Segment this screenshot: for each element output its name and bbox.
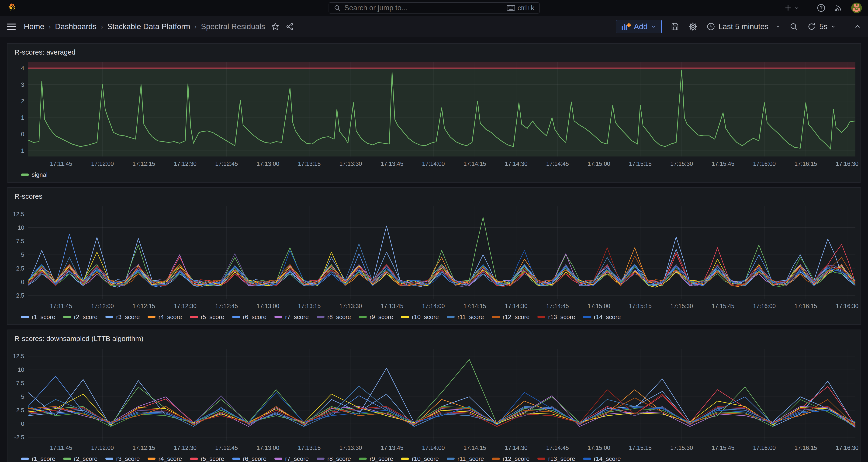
legend-item[interactable]: r14_score [583, 455, 621, 462]
legend-rscores: r1_scorer2_scorer3_scorer4_scorer5_score… [7, 312, 861, 325]
chart-rscores[interactable]: 12.5107.552.50-2.517:11:4517:12:0017:12:… [7, 203, 861, 312]
legend-item[interactable]: r10_score [401, 455, 439, 462]
legend-color-pill [190, 458, 198, 460]
legend-item[interactable]: r7_score [274, 313, 309, 321]
legend-item[interactable]: r12_score [492, 313, 530, 321]
svg-text:17:15:45: 17:15:45 [712, 444, 734, 451]
legend-item[interactable]: r2_score [63, 313, 97, 321]
svg-text:17:15:30: 17:15:30 [670, 160, 693, 167]
legend-item[interactable]: r5_score [190, 313, 224, 321]
refresh-picker[interactable]: 5s [807, 22, 836, 31]
panel-title[interactable]: R-scores: downsampled (LTTB algorithm) [7, 330, 861, 345]
breadcrumb-home[interactable]: Home [24, 22, 44, 31]
news-button[interactable] [834, 3, 843, 12]
search-bar[interactable]: ctrl+k [329, 2, 539, 13]
svg-text:17:14:45: 17:14:45 [546, 160, 569, 167]
svg-text:17:14:45: 17:14:45 [546, 444, 569, 451]
svg-text:10: 10 [18, 366, 24, 373]
grafana-logo[interactable] [6, 3, 17, 13]
svg-text:17:11:45: 17:11:45 [50, 444, 72, 451]
legend-color-pill [537, 458, 545, 460]
svg-text:17:15:00: 17:15:00 [588, 444, 610, 451]
legend-item[interactable]: r4_score [148, 313, 182, 321]
legend-label: r10_score [412, 313, 439, 321]
legend-item[interactable]: r7_score [274, 455, 309, 462]
breadcrumb-separator: › [101, 23, 103, 31]
legend-item[interactable]: r6_score [232, 313, 267, 321]
legend-item[interactable]: r13_score [537, 455, 575, 462]
svg-text:17:12:45: 17:12:45 [215, 303, 238, 309]
chevron-down-icon [775, 24, 781, 29]
legend-label: r3_score [116, 313, 140, 321]
legend-item[interactable]: r9_score [359, 455, 393, 462]
svg-text:12.5: 12.5 [13, 211, 24, 217]
svg-text:17:13:15: 17:13:15 [298, 303, 320, 309]
svg-text:7.5: 7.5 [16, 238, 24, 244]
divider [845, 22, 845, 31]
svg-text:17:13:15: 17:13:15 [298, 160, 320, 167]
legend-item[interactable]: r8_score [317, 455, 351, 462]
svg-text:7.5: 7.5 [16, 380, 24, 387]
search-input[interactable] [344, 4, 507, 12]
legend-color-pill [583, 316, 591, 318]
legend-item[interactable]: r3_score [105, 313, 140, 321]
svg-text:17:12:15: 17:12:15 [132, 303, 155, 309]
avatar[interactable] [851, 3, 862, 13]
legend-item[interactable]: r4_score [148, 455, 182, 462]
chart-canvas: 43210-117:11:4517:12:0017:12:1517:12:301… [7, 59, 861, 170]
breadcrumb-dashboards[interactable]: Dashboards [55, 22, 96, 31]
chart-rscores-averaged[interactable]: 43210-117:11:4517:12:0017:12:1517:12:301… [7, 59, 861, 170]
dashboard-content: R-scores: averaged 43210-117:11:4517:12:… [0, 37, 868, 462]
legend-item[interactable]: r2_score [63, 455, 97, 462]
legend-item[interactable]: r3_score [105, 455, 140, 462]
divider [808, 3, 808, 12]
legend-item[interactable]: r1_score [21, 455, 55, 462]
legend-item[interactable]: r13_score [537, 313, 575, 321]
legend-item[interactable]: r1_score [21, 313, 55, 321]
svg-text:17:13:45: 17:13:45 [381, 444, 403, 451]
legend-item[interactable]: r8_score [317, 313, 351, 321]
add-panel-button[interactable]: Add [616, 20, 662, 33]
legend-item[interactable]: r10_score [401, 313, 439, 321]
legend-item[interactable]: signal [21, 171, 48, 178]
legend-color-pill [21, 458, 29, 460]
legend-item[interactable]: r9_score [359, 313, 393, 321]
save-dashboard-button[interactable] [671, 22, 679, 31]
help-button[interactable] [817, 3, 826, 12]
breadcrumb-folder[interactable]: Stackable Data Platform [107, 22, 190, 31]
legend-label: r4_score [158, 455, 182, 462]
legend-label: r5_score [201, 455, 224, 462]
time-range-picker[interactable]: Last 5 minutes [707, 22, 781, 31]
legend-item[interactable]: r14_score [583, 313, 621, 321]
legend-color-pill [317, 316, 324, 318]
legend-color-pill [274, 458, 282, 460]
collapse-toolbar-button[interactable] [854, 23, 861, 30]
svg-text:17:16:00: 17:16:00 [753, 303, 776, 309]
legend-item[interactable]: r11_score [447, 313, 484, 321]
search-icon [334, 4, 341, 11]
menu-toggle-button[interactable] [7, 22, 16, 31]
legend-item[interactable]: r5_score [190, 455, 224, 462]
legend-item[interactable]: r11_score [447, 455, 484, 462]
legend-color-pill [492, 458, 500, 460]
legend-label: r12_score [503, 313, 530, 321]
svg-text:17:12:30: 17:12:30 [174, 160, 196, 167]
chart-rscores-downsampled[interactable]: 12.5107.552.50-2.517:11:4517:12:0017:12:… [7, 345, 861, 454]
panel-title[interactable]: R-scores [7, 188, 861, 203]
favorite-button[interactable] [271, 22, 280, 31]
svg-text:17:13:45: 17:13:45 [381, 303, 403, 309]
share-button[interactable] [286, 22, 294, 31]
panel-title[interactable]: R-scores: averaged [7, 43, 861, 59]
legend-item[interactable]: r12_score [492, 455, 530, 462]
legend-label: r12_score [503, 455, 530, 462]
share-icon [286, 22, 294, 31]
dashboard-settings-button[interactable] [688, 22, 698, 31]
new-menu-button[interactable] [784, 4, 800, 12]
legend-label: r4_score [158, 313, 182, 321]
legend-item[interactable]: r6_score [232, 455, 267, 462]
svg-text:2.5: 2.5 [16, 265, 24, 272]
svg-text:17:14:00: 17:14:00 [422, 444, 444, 451]
zoom-out-button[interactable] [789, 22, 798, 31]
svg-text:17:13:00: 17:13:00 [257, 444, 279, 451]
svg-text:17:15:15: 17:15:15 [629, 160, 652, 167]
